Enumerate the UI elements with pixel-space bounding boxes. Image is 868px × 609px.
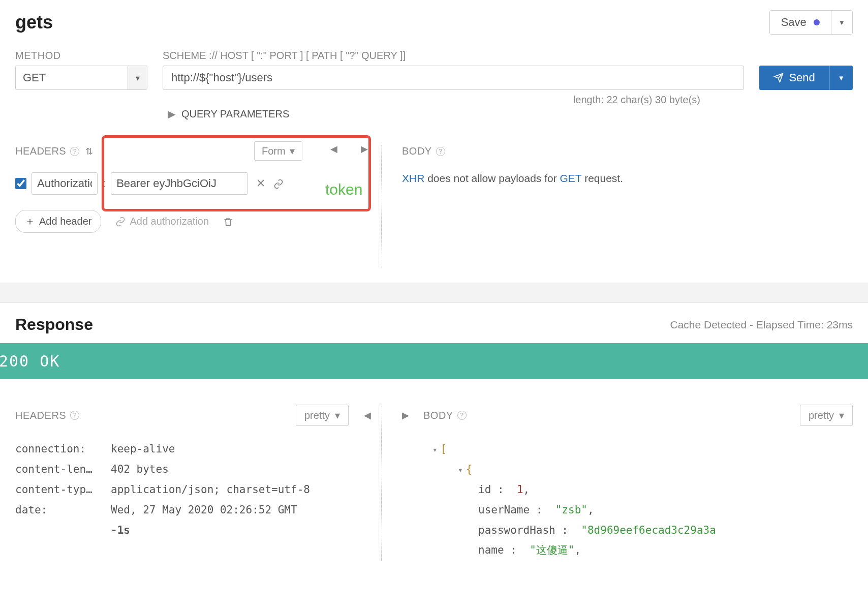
triangle-right-icon: ▶ [168,108,175,120]
header-key: date: [15,500,107,541]
add-authorization-button[interactable]: Add authorization [115,216,209,227]
send-label: Send [789,71,815,84]
trash-icon [223,217,233,227]
response-headers-label: HEADERS [15,410,66,421]
clear-headers-button[interactable] [223,216,233,227]
help-icon[interactable]: ? [457,411,467,420]
json-name-value: "这傻逼" [530,544,574,556]
response-body-format-dropdown[interactable]: pretty ▾ [800,405,853,426]
header-value: 402 bytes [111,460,371,480]
json-username-value: "zsb" [555,504,587,516]
request-title: gets [15,12,53,33]
response-headers-format-dropdown[interactable]: pretty ▾ [296,405,349,426]
header-key: content-typ… [15,480,107,500]
add-header-button[interactable]: ＋ Add header [15,210,101,233]
chevron-down-icon: ▾ [136,73,140,83]
collapse-caret-icon[interactable]: ▾ [432,445,438,454]
method-value: GET [16,66,128,89]
header-key: connection: [15,439,107,460]
chevron-down-icon: ▾ [839,409,844,421]
token-annotation: token [325,181,362,198]
plus-icon: ＋ [25,215,35,228]
save-label: Save [781,16,807,29]
save-button-group: Save ▼ [769,10,853,35]
collapse-left-icon[interactable]: ◀ [364,410,371,421]
help-icon[interactable]: ? [436,147,445,156]
save-button[interactable]: Save [770,11,831,34]
unsaved-dot-icon [814,19,820,25]
url-input[interactable] [163,66,744,90]
sort-icon[interactable]: ⇅ [85,146,93,157]
header-value: keep-alive [111,439,371,460]
chevron-down-icon: ▼ [838,74,845,82]
header-value: application/json; charset=utf-8 [111,480,371,500]
chevron-down-icon: ▾ [335,409,340,421]
collapse-caret-icon[interactable]: ▾ [458,465,463,475]
method-dropdown-caret[interactable]: ▾ [128,66,147,89]
header-value-input[interactable] [111,172,248,195]
remove-header-button[interactable]: ✕ [253,177,268,190]
header-value-relative: -1s [111,521,371,541]
chevron-down-icon: ▼ [839,19,845,26]
response-headers-list: connection: keep-alive content-len… 402 … [15,439,371,540]
json-id-value: 1 [517,483,523,496]
send-button[interactable]: Send [759,66,829,90]
headers-view-label: Form [262,145,286,157]
xhr-link[interactable]: XHR [402,172,424,184]
response-body-label: BODY [423,410,453,421]
json-passwordhash-value: "8d969eef6ecad3c29a3a [581,524,716,536]
response-status-bar: 200 OK [0,343,868,379]
response-meta: Cache Detected - Elapsed Time: 23ms [670,319,853,331]
header-name-input[interactable] [32,172,98,195]
close-icon: ✕ [256,177,265,190]
header-value: Wed, 27 May 2020 02:26:52 GMT [111,500,371,521]
chevron-down-icon: ▾ [290,145,295,157]
add-authorization-label: Add authorization [130,216,209,227]
headers-view-dropdown[interactable]: Form ▾ [254,141,302,161]
pretty-label: pretty [809,410,834,421]
pretty-label: pretty [304,410,330,421]
method-link[interactable]: GET [560,172,582,184]
body-label: BODY [402,145,432,157]
header-enabled-checkbox[interactable] [15,178,26,189]
headers-label: HEADERS [15,145,66,157]
send-icon [773,73,784,83]
body-not-allowed-message: XHR does not allow payloads for GET requ… [402,172,853,185]
query-parameters-toggle[interactable]: ▶ QUERY PARAMETERS [168,108,853,120]
section-divider [0,283,868,303]
header-key: content-len… [15,460,107,480]
collapse-left-icon[interactable]: ◀ [330,143,337,155]
url-label: SCHEME :// HOST [ ":" PORT ] [ PATH [ "?… [163,50,853,62]
response-title: Response [15,315,93,334]
help-icon[interactable]: ? [70,147,79,156]
save-dropdown-button[interactable]: ▼ [831,11,852,34]
expand-right-icon[interactable]: ▶ [361,143,368,155]
expand-right-icon[interactable]: ▶ [402,410,409,421]
help-icon[interactable]: ? [70,411,79,420]
method-label: METHOD [15,50,147,62]
add-header-label: Add header [39,216,91,227]
response-body-json: ▾[ ▾{ id : 1, userName : "zsb", password… [402,439,853,561]
colon-separator: : [103,177,106,190]
link-icon [115,217,126,227]
method-select[interactable]: GET ▾ [15,66,147,90]
url-length-meta: length: 22 char(s) 30 byte(s) [15,94,853,106]
send-dropdown-button[interactable]: ▼ [829,66,853,90]
query-parameters-label: QUERY PARAMETERS [181,108,289,120]
link-icon[interactable] [273,178,284,189]
